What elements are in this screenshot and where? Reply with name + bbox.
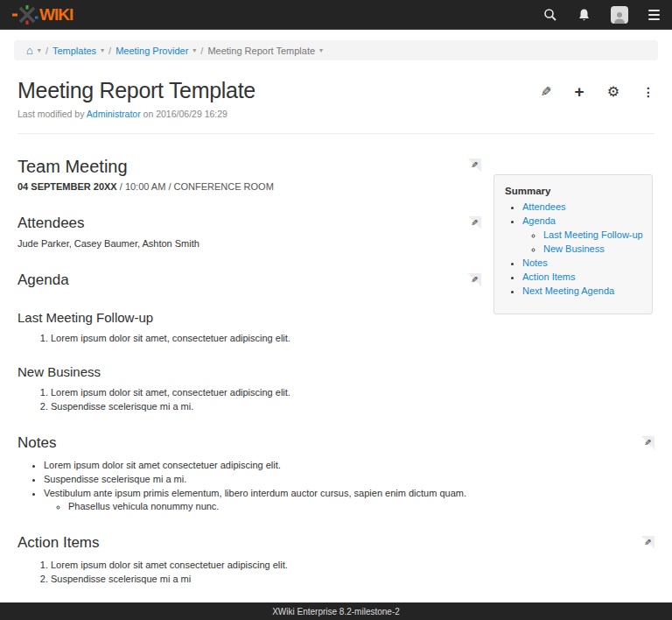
pencil-icon: ✎ <box>644 436 651 449</box>
breadcrumb-item-meeting-provider[interactable]: Meeting Provider <box>116 46 188 56</box>
pencil-icon: ✎ <box>471 159 478 172</box>
xwiki-logo[interactable]: WIKI <box>12 4 73 25</box>
list-item: Phasellus vehicula nonummy nunc. <box>68 501 654 511</box>
list-item: Notes <box>522 257 645 268</box>
list-item: Suspendisse scelerisque mi a mi <box>51 574 654 584</box>
page-header: Meeting Report Template ✎ + ⚙ ⋮ <box>18 78 654 103</box>
notes-list: Lorem ipsum dolor sit amet consectetuer … <box>18 460 654 511</box>
heading-agenda: ✎ Agenda <box>18 271 481 289</box>
heading-last-meeting-follow-up: Last Meeting Follow-up <box>18 310 481 325</box>
heading-action-items: ✎ Action Items <box>18 534 654 552</box>
new-business-list: Lorem ipsum dolor sit amet, consectetuer… <box>18 387 654 412</box>
search-icon[interactable] <box>543 8 557 22</box>
list-item: Lorem ipsum dolor sit amet consectetuer … <box>51 560 654 570</box>
home-icon: ⌂ <box>26 44 33 57</box>
navbar-actions <box>543 6 660 24</box>
chevron-down-icon[interactable]: ▾ <box>192 46 196 54</box>
plus-icon: + <box>575 83 584 100</box>
list-item: Suspendisse scelerisque mi a mi. <box>51 401 654 412</box>
top-navbar: WIKI <box>0 0 672 30</box>
pencil-icon: ✎ <box>471 273 478 286</box>
list-item: Agenda Last Meeting Follow-up New Busine… <box>522 215 645 254</box>
section-edit-button[interactable]: ✎ <box>468 216 481 229</box>
xwiki-logo-x-icon <box>12 4 38 25</box>
meeting-date: 04 SEPTEMBER 20XX <box>18 181 117 192</box>
section-edit-button[interactable]: ✎ <box>468 159 481 172</box>
toc-link-last-meeting-follow-up[interactable]: Last Meeting Follow-up <box>543 229 643 240</box>
heading-attendees: ✎ Attendees <box>18 215 481 232</box>
more-actions-button[interactable]: ⋮ <box>642 86 654 98</box>
version-text: XWiki Enterprise 8.2-milestone-2 <box>272 607 400 616</box>
breadcrumb-home-link[interactable]: ⌂ <box>26 45 33 56</box>
modified-prefix: Last modified by <box>18 109 84 119</box>
heading-new-business: New Business <box>18 364 654 379</box>
toc-link-agenda[interactable]: Agenda <box>522 215 556 226</box>
toc-link-attendees[interactable]: Attendees <box>522 201 566 212</box>
admin-gear-button[interactable]: ⚙ <box>607 85 620 99</box>
document-content: Summary Attendees Agenda Last Meeting Fo… <box>18 157 654 620</box>
notes-sublist: Phasellus vehicula nonummy nunc. <box>44 501 654 511</box>
breadcrumb-separator: / <box>108 46 111 56</box>
create-button[interactable]: + <box>575 83 584 100</box>
list-item: Lorem ipsum dolor sit amet, consectetuer… <box>51 387 654 398</box>
gear-icon: ⚙ <box>607 85 620 99</box>
meeting-time-location: / 10:00 AM / CONFERENCE ROOM <box>117 181 274 192</box>
list-item: Suspendisse scelerisque mi a mi. <box>44 474 654 484</box>
pencil-icon: ✎ <box>541 84 552 100</box>
version-footer: XWiki Enterprise 8.2-milestone-2 <box>0 602 672 620</box>
modified-suffix: on 2016/06/29 16:29 <box>144 109 228 119</box>
section-edit-button[interactable]: ✎ <box>468 273 481 286</box>
breadcrumb: ⌂ ▾ / Templates ▾ / Meeting Provider ▾ /… <box>14 40 658 60</box>
list-item: Lorem ipsum dolor sit amet, consectetuer… <box>51 333 654 343</box>
page-title: Meeting Report Template <box>18 78 256 103</box>
xwiki-logo-text: WIKI <box>39 6 73 23</box>
summary-toc-sublist: Last Meeting Follow-up New Business <box>522 229 645 254</box>
hamburger-menu-icon[interactable] <box>648 10 660 20</box>
list-item: Lorem ipsum dolor sit amet consectetuer … <box>44 460 654 470</box>
section-edit-button[interactable]: ✎ <box>641 436 654 449</box>
header-divider <box>18 133 654 134</box>
summary-panel: Summary Attendees Agenda Last Meeting Fo… <box>494 174 653 314</box>
notifications-bell-icon[interactable] <box>578 8 591 22</box>
pencil-icon: ✎ <box>644 536 651 549</box>
list-item: Action Items <box>522 271 645 282</box>
list-item: Next Meeting Agenda <box>522 285 645 296</box>
last-modified-line: Last modified by Administrator on 2016/0… <box>18 109 654 119</box>
chevron-down-icon[interactable]: ▾ <box>101 46 104 54</box>
user-avatar[interactable] <box>611 6 628 24</box>
breadcrumb-separator: / <box>200 46 203 56</box>
toc-link-notes[interactable]: Notes <box>522 257 548 268</box>
list-item: Last Meeting Follow-up <box>543 229 645 240</box>
summary-toc-list: Attendees Agenda Last Meeting Follow-up … <box>505 201 645 296</box>
toc-link-next-meeting-agenda[interactable]: Next Meeting Agenda <box>522 285 614 296</box>
section-edit-button[interactable]: ✎ <box>641 536 654 549</box>
breadcrumb-item-current: Meeting Report Template <box>207 46 315 56</box>
modified-user-link[interactable]: Administrator <box>87 109 141 119</box>
toc-link-action-items[interactable]: Action Items <box>522 271 576 282</box>
list-item: Vestibulum ante ipsum primis elementum, … <box>44 488 654 511</box>
action-items-list: Lorem ipsum dolor sit amet consectetuer … <box>18 560 654 584</box>
list-item: Attendees <box>522 201 645 212</box>
list-item: New Business <box>543 243 645 254</box>
page-actions: ✎ + ⚙ ⋮ <box>541 78 654 100</box>
avatar-person-icon <box>611 6 628 24</box>
summary-title: Summary <box>505 186 645 196</box>
chevron-down-icon[interactable]: ▾ <box>38 46 41 54</box>
chevron-down-icon[interactable]: ▾ <box>319 46 323 54</box>
toc-link-new-business[interactable]: New Business <box>543 243 605 254</box>
breadcrumb-item-templates[interactable]: Templates <box>52 46 96 56</box>
edit-button: ✎ <box>541 84 552 100</box>
heading-team-meeting: ✎ Team Meeting <box>18 157 481 177</box>
breadcrumb-separator: / <box>46 46 48 56</box>
pencil-icon: ✎ <box>471 216 478 229</box>
kebab-menu-icon: ⋮ <box>642 86 654 98</box>
last-meeting-list: Lorem ipsum dolor sit amet, consectetuer… <box>18 333 654 343</box>
heading-notes: ✎ Notes <box>18 434 654 452</box>
